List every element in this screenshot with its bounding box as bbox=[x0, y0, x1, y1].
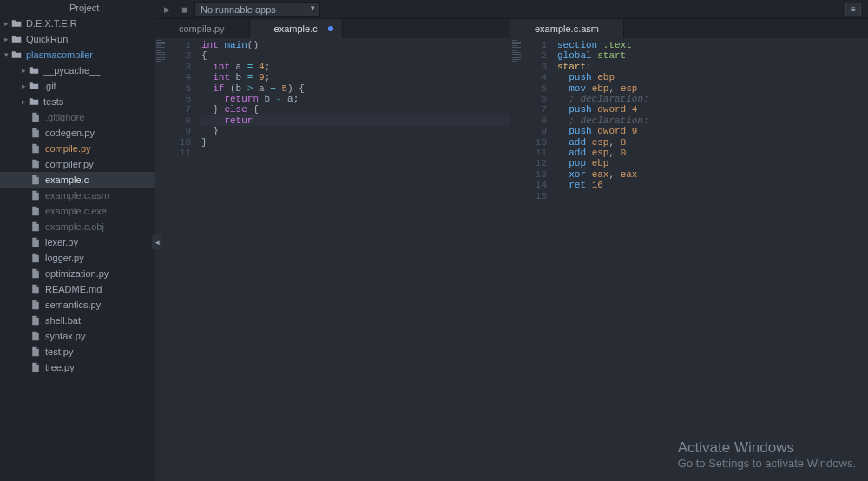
editor-tab[interactable]: compile.py bbox=[155, 19, 250, 38]
tree-label: compile.py bbox=[45, 143, 91, 154]
tree-file[interactable]: compiler.py bbox=[0, 156, 155, 172]
tree-label: QuickRun bbox=[26, 34, 68, 44]
menu-icon[interactable]: ≡ bbox=[845, 3, 861, 16]
code-line[interactable]: start: bbox=[557, 62, 868, 72]
tree-label: shell.bat bbox=[45, 315, 81, 326]
code-line[interactable]: } bbox=[201, 126, 510, 136]
tree-file[interactable]: lexer.py bbox=[0, 234, 155, 250]
code-line[interactable]: ret 16 bbox=[557, 180, 868, 190]
file-icon bbox=[30, 253, 42, 263]
code-line[interactable]: add esp, 8 bbox=[557, 137, 868, 148]
code-editor-right[interactable]: section .textglobal startstart: push ebp… bbox=[554, 38, 868, 481]
tree-folder[interactable]: ▸__pycache__ bbox=[0, 63, 155, 78]
tree-label: __pycache__ bbox=[43, 65, 100, 76]
folder-icon bbox=[28, 65, 40, 76]
minimap-right[interactable] bbox=[510, 38, 526, 481]
tree-file[interactable]: example.c.obj bbox=[0, 219, 155, 234]
tree-label: optimization.py bbox=[45, 268, 108, 279]
tree-folder[interactable]: ▸tests bbox=[0, 94, 155, 109]
tree-label: example.c.exe bbox=[45, 206, 107, 216]
file-icon bbox=[30, 284, 42, 294]
tree-label: syntax.py bbox=[45, 331, 85, 341]
tab-label: compile.py bbox=[179, 23, 225, 34]
file-icon bbox=[30, 112, 42, 122]
stop-icon[interactable]: ◼ bbox=[177, 3, 191, 16]
code-line[interactable]: } bbox=[201, 137, 510, 148]
file-icon bbox=[30, 315, 42, 326]
tree-file[interactable]: .gitignore bbox=[0, 109, 155, 125]
tree-file[interactable]: logger.py bbox=[0, 250, 155, 266]
file-icon bbox=[30, 221, 42, 232]
code-line[interactable]: section .text bbox=[557, 40, 868, 50]
tree-label: example.c.asm bbox=[45, 190, 109, 201]
sidebar-header: Project bbox=[0, 0, 155, 16]
editor-tab[interactable]: example.c.asm bbox=[510, 19, 624, 38]
code-line[interactable]: { bbox=[201, 50, 510, 61]
project-root[interactable]: ▸D.E.X.T.E.R bbox=[0, 16, 155, 31]
minimap-left[interactable] bbox=[155, 38, 170, 481]
run-icon[interactable]: ▶ bbox=[160, 3, 174, 16]
folder-icon bbox=[10, 34, 23, 44]
tree-file[interactable]: compile.py bbox=[0, 141, 155, 156]
code-line[interactable]: retur bbox=[201, 115, 510, 126]
code-line[interactable]: int b = 9; bbox=[201, 72, 510, 82]
code-line[interactable]: int a = 4; bbox=[201, 62, 510, 72]
tree-folder[interactable]: ▸.git bbox=[0, 78, 155, 94]
tree-file[interactable]: README.md bbox=[0, 281, 155, 297]
tree-label: D.E.X.T.E.R bbox=[26, 18, 77, 29]
tree-file[interactable]: optimization.py bbox=[0, 266, 155, 281]
chevron-icon: ▸ bbox=[2, 35, 10, 43]
tree-file[interactable]: syntax.py bbox=[0, 328, 155, 344]
code-line[interactable]: global start bbox=[557, 50, 868, 61]
tabs-right: example.c.asm bbox=[510, 19, 868, 38]
tree-label: logger.py bbox=[45, 253, 84, 263]
toolbar: ▶ ◼ No runnable apps ≡ bbox=[155, 0, 868, 19]
tree-file[interactable]: codegen.py bbox=[0, 125, 155, 141]
file-icon bbox=[30, 362, 42, 372]
run-config-select[interactable]: No runnable apps bbox=[194, 2, 320, 17]
file-icon bbox=[30, 206, 42, 216]
tab-label: example.c.asm bbox=[535, 23, 599, 34]
chevron-icon: ▸ bbox=[19, 82, 28, 90]
project-tree[interactable]: ▸D.E.X.T.E.R▸QuickRun▾plasmacompiler▸__p… bbox=[0, 16, 155, 481]
tree-file[interactable]: example.c.asm bbox=[0, 188, 155, 203]
chevron-icon: ▸ bbox=[19, 97, 28, 106]
project-root[interactable]: ▸QuickRun bbox=[0, 31, 155, 47]
code-line[interactable]: if (b > a + 5) { bbox=[201, 83, 510, 94]
tree-file[interactable]: example.c bbox=[0, 172, 155, 188]
code-line[interactable]: push dword 4 bbox=[557, 104, 868, 115]
tree-label: .git bbox=[43, 81, 56, 91]
code-line[interactable] bbox=[557, 190, 868, 201]
file-icon bbox=[30, 143, 42, 154]
tree-label: example.c bbox=[45, 175, 89, 185]
code-line[interactable]: ; declaration: bbox=[557, 115, 868, 126]
code-line[interactable]: xor eax, eax bbox=[557, 169, 868, 180]
tree-label: README.md bbox=[45, 284, 102, 294]
tree-label: compiler.py bbox=[45, 159, 94, 169]
tree-file[interactable]: semantics.py bbox=[0, 297, 155, 313]
folder-icon bbox=[10, 49, 23, 60]
code-line[interactable]: push ebp bbox=[557, 72, 868, 82]
file-icon bbox=[30, 346, 42, 357]
code-line[interactable]: add esp, 0 bbox=[557, 148, 868, 158]
sidebar-collapse-handle[interactable]: ◂ bbox=[152, 234, 162, 250]
code-line[interactable]: } else { bbox=[201, 104, 510, 115]
folder-icon bbox=[28, 96, 40, 107]
code-line[interactable]: int main() bbox=[201, 40, 510, 50]
file-icon bbox=[30, 300, 42, 310]
project-root[interactable]: ▾plasmacompiler bbox=[0, 47, 155, 63]
code-line[interactable]: ; declaration: bbox=[557, 94, 868, 104]
tree-file[interactable]: shell.bat bbox=[0, 313, 155, 328]
file-icon bbox=[30, 190, 42, 201]
code-line[interactable]: push dword 9 bbox=[557, 126, 868, 136]
tabs-left: compile.pyexample.c bbox=[155, 19, 510, 38]
code-line[interactable]: mov ebp, esp bbox=[557, 83, 868, 94]
code-line[interactable] bbox=[201, 148, 510, 158]
code-line[interactable]: pop ebp bbox=[557, 158, 868, 168]
editor-tab[interactable]: example.c bbox=[250, 19, 343, 38]
code-editor-left[interactable]: int main(){ int a = 4; int b = 9; if (b … bbox=[198, 38, 510, 481]
tree-file[interactable]: test.py bbox=[0, 344, 155, 359]
tree-file[interactable]: example.c.exe bbox=[0, 203, 155, 219]
code-line[interactable]: return b - a; bbox=[201, 94, 510, 104]
tree-file[interactable]: tree.py bbox=[0, 359, 155, 375]
